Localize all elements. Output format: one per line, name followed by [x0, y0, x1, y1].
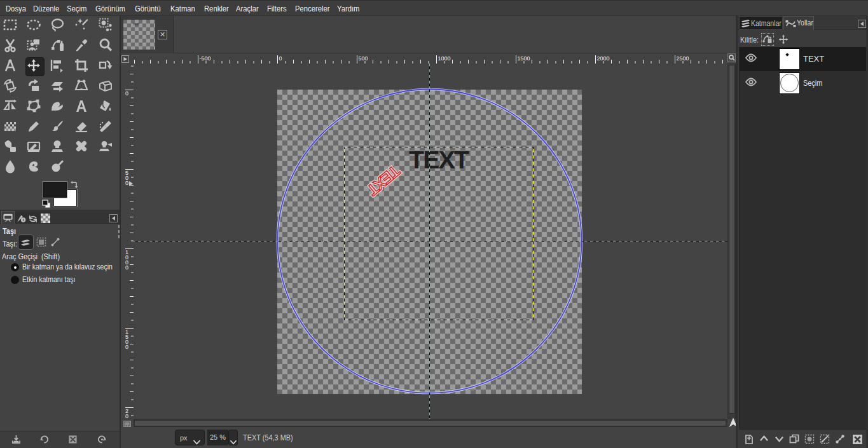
svg-text:0: 0 — [125, 264, 128, 271]
svg-text:1000: 1000 — [438, 55, 451, 62]
svg-text:1500: 1500 — [518, 55, 530, 62]
svg-text:0: 0 — [279, 55, 282, 62]
svg-text:TEXT: TEXT — [409, 146, 469, 173]
svg-text:0: 0 — [125, 344, 128, 350]
svg-text:-500: -500 — [200, 55, 211, 62]
svg-text:0: 0 — [125, 180, 128, 186]
svg-text:i: i — [23, 217, 24, 222]
svg-text:2000: 2000 — [597, 55, 610, 62]
svg-text:2500: 2500 — [677, 55, 689, 62]
svg-text:0: 0 — [125, 90, 128, 97]
svg-text:500: 500 — [359, 55, 368, 62]
